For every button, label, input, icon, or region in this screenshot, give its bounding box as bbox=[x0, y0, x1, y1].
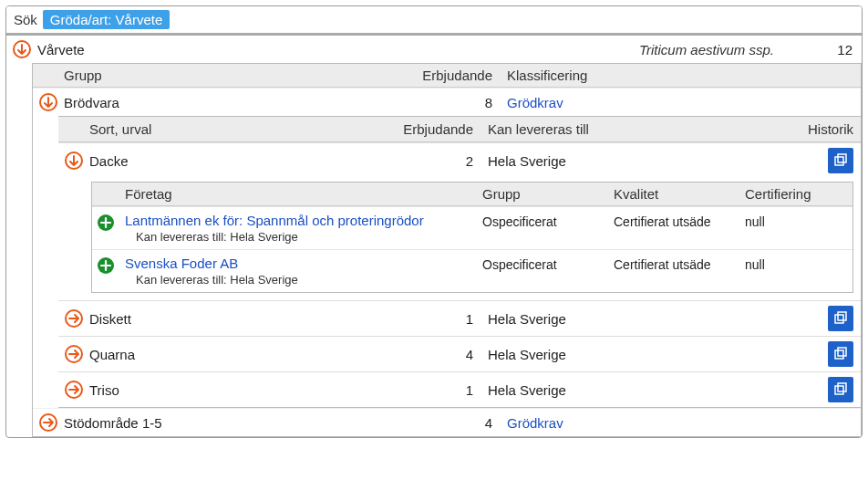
crop-scientific: Triticum aestivum ssp. bbox=[615, 42, 798, 57]
company-link[interactable]: Lantmännen ek för: Spannmål och proterin… bbox=[125, 213, 479, 228]
company-group: Ospecificerat bbox=[482, 213, 610, 229]
company-cert: null bbox=[745, 213, 845, 229]
collapse-icon[interactable] bbox=[12, 39, 32, 59]
company-deliver: Kan levereras till: Hela Sverige bbox=[136, 273, 479, 287]
svg-rect-12 bbox=[838, 348, 846, 356]
svg-rect-11 bbox=[835, 350, 843, 359]
group-row: Stödområde 1-5 4 Grödkrav bbox=[33, 408, 861, 436]
history-button[interactable] bbox=[828, 148, 853, 173]
sort-offer: 2 bbox=[391, 153, 473, 169]
group-header-classification: Klassificering bbox=[507, 68, 853, 83]
company-link[interactable]: Svenska Foder AB bbox=[125, 256, 479, 271]
history-button[interactable] bbox=[828, 341, 853, 367]
sort-row: Triso 1 Hela Sverige bbox=[58, 371, 861, 407]
company-row: Svenska Foder AB Kan levereras till: Hel… bbox=[92, 249, 852, 292]
crop-name: Vårvete bbox=[37, 42, 615, 57]
company-header-company: Företag bbox=[125, 186, 479, 202]
group-header-offer: Erbjudande bbox=[410, 68, 492, 83]
company-group: Ospecificerat bbox=[482, 256, 610, 272]
sort-offer: 1 bbox=[391, 382, 473, 398]
expand-icon[interactable] bbox=[38, 412, 58, 433]
sort-row: Diskett 1 Hela Sverige bbox=[58, 300, 861, 336]
svg-rect-14 bbox=[835, 386, 843, 394]
group-offer: 4 bbox=[410, 415, 492, 431]
company-row: Lantmännen ek för: Spannmål och proterin… bbox=[92, 206, 852, 249]
company-header-quality: Kvalitet bbox=[614, 186, 741, 202]
search-bar: Sök Gröda/art: Vårvete bbox=[6, 6, 862, 36]
sort-header-sort: Sort, urval bbox=[89, 121, 391, 137]
sort-deliver: Hela Sverige bbox=[488, 311, 790, 327]
group-offer: 8 bbox=[410, 95, 492, 110]
app-frame: Sök Gröda/art: Vårvete Vårvete Triticum … bbox=[5, 5, 863, 438]
svg-rect-3 bbox=[835, 157, 843, 165]
sort-deliver: Hela Sverige bbox=[488, 382, 790, 398]
sort-name: Dacke bbox=[89, 153, 391, 169]
sort-name: Triso bbox=[89, 382, 391, 398]
expand-icon[interactable] bbox=[64, 308, 84, 329]
sort-offer: 4 bbox=[391, 347, 473, 362]
group-name: Brödvara bbox=[64, 95, 410, 110]
expand-icon[interactable] bbox=[64, 380, 84, 400]
group-classification-link[interactable]: Grödkrav bbox=[507, 95, 853, 110]
group-header-row: Grupp Erbjudande Klassificering bbox=[33, 64, 861, 88]
company-table: Företag Grupp Kvalitet Certifiering Lant… bbox=[91, 182, 853, 293]
search-label: Sök bbox=[14, 12, 37, 27]
sort-table: Sort, urval Erbjudande Kan levereras til… bbox=[58, 116, 861, 408]
sort-row: Dacke 2 Hela Sverige bbox=[58, 142, 861, 178]
sort-deliver: Hela Sverige bbox=[488, 153, 790, 169]
company-quality: Certifierat utsäde bbox=[614, 213, 741, 229]
collapse-icon[interactable] bbox=[64, 151, 84, 171]
history-button[interactable] bbox=[828, 377, 853, 402]
group-header-group: Grupp bbox=[64, 68, 410, 83]
group-classification-link[interactable]: Grödkrav bbox=[507, 415, 853, 431]
sort-offer: 1 bbox=[391, 311, 473, 327]
svg-rect-4 bbox=[838, 154, 846, 162]
history-button[interactable] bbox=[828, 306, 853, 331]
crop-row: Vårvete Triticum aestivum ssp. 12 bbox=[6, 36, 862, 63]
sort-header-deliver: Kan levereras till bbox=[488, 121, 790, 137]
svg-rect-15 bbox=[838, 383, 846, 391]
sort-header-row: Sort, urval Erbjudande Kan levereras til… bbox=[58, 117, 861, 142]
collapse-icon[interactable] bbox=[38, 92, 58, 112]
add-icon[interactable] bbox=[96, 213, 116, 233]
add-icon[interactable] bbox=[96, 256, 116, 276]
svg-rect-8 bbox=[835, 315, 843, 323]
group-row: Brödvara 8 Grödkrav bbox=[33, 88, 861, 116]
company-header-group: Grupp bbox=[482, 186, 610, 202]
group-name: Stödområde 1-5 bbox=[64, 415, 410, 431]
sort-header-offer: Erbjudande bbox=[391, 121, 473, 137]
group-table: Grupp Erbjudande Klassificering Brödvara… bbox=[32, 63, 862, 437]
company-header-row: Företag Grupp Kvalitet Certifiering bbox=[92, 183, 852, 206]
company-quality: Certifierat utsäde bbox=[614, 256, 741, 272]
sort-row: Quarna 4 Hela Sverige bbox=[58, 336, 861, 371]
sort-name: Diskett bbox=[89, 311, 391, 327]
sort-header-history: Historik bbox=[790, 121, 853, 137]
svg-rect-9 bbox=[838, 312, 846, 320]
company-deliver: Kan levereras till: Hela Sverige bbox=[136, 230, 479, 244]
sort-name: Quarna bbox=[89, 347, 391, 362]
sort-deliver: Hela Sverige bbox=[488, 347, 790, 362]
expand-icon[interactable] bbox=[64, 344, 84, 364]
company-header-cert: Certifiering bbox=[745, 186, 845, 202]
company-cert: null bbox=[745, 256, 845, 272]
filter-chip-crop[interactable]: Gröda/art: Vårvete bbox=[43, 10, 170, 29]
crop-count: 12 bbox=[798, 42, 852, 57]
